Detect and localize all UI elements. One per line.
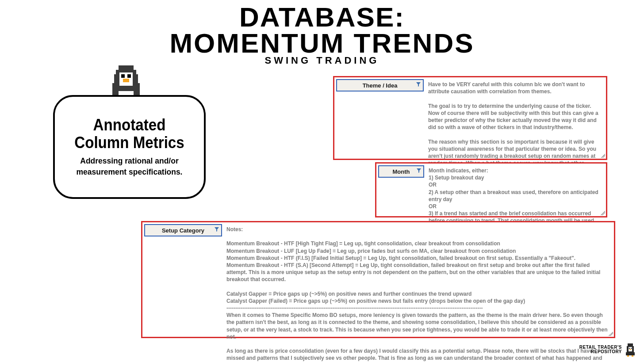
column-header-theme[interactable]: Theme / Idea <box>336 79 424 91</box>
page-title-block: DATABASE: MOMENTUM TRENDS SWING TRADING <box>0 4 644 66</box>
panel-theme-idea: Theme / Idea Have to be VERY careful wit… <box>333 76 607 160</box>
svg-rect-10 <box>628 343 633 346</box>
svg-rect-16 <box>626 352 635 355</box>
panel-month: Month Month indicates, either: 1) Setup … <box>375 162 607 217</box>
column-header-month-label: Month <box>393 168 410 175</box>
page-title-line1: DATABASE: <box>0 4 644 30</box>
svg-rect-6 <box>127 74 131 78</box>
resize-grip-icon[interactable] <box>601 153 605 158</box>
panel-theme-body: Have to be VERY careful with this column… <box>426 77 606 159</box>
panel-month-body: Month indicates, either: 1) Setup breako… <box>426 164 606 216</box>
footer-text: RETAIL TRADER'S REPOSITORY <box>579 345 622 354</box>
footer-line2: REPOSITORY <box>579 350 622 354</box>
svg-rect-0 <box>119 65 134 70</box>
footer-penguin-icon <box>625 343 636 357</box>
column-header-month[interactable]: Month <box>378 165 424 178</box>
column-header-setup[interactable]: Setup Category <box>144 224 222 236</box>
svg-rect-14 <box>631 348 632 349</box>
svg-rect-7 <box>123 79 129 82</box>
panel-setup-body: Notes: Momentum Breakout - HTF [High Tig… <box>224 222 614 337</box>
panel-setup-category: Setup Category Notes: Momentum Breakout … <box>141 221 615 338</box>
annotated-metrics-card: Annotated Column Metrics Addressing rati… <box>53 95 206 199</box>
column-header-setup-label: Setup Category <box>162 227 204 234</box>
filter-icon[interactable] <box>416 168 422 173</box>
svg-rect-18 <box>632 355 633 357</box>
page-subtitle: SWING TRADING <box>0 55 644 66</box>
card-heading: Annotated Column Metrics <box>70 116 189 151</box>
card-subtext: Addressing rational and/or measurement s… <box>70 156 189 177</box>
svg-rect-15 <box>629 349 631 350</box>
column-header-theme-label: Theme / Idea <box>363 82 398 89</box>
svg-rect-5 <box>121 74 125 78</box>
filter-icon[interactable] <box>214 227 219 232</box>
resize-grip-icon[interactable] <box>609 332 613 336</box>
footer-brand: RETAIL TRADER'S REPOSITORY <box>579 343 636 357</box>
page-title-line2: MOMENTUM TRENDS <box>0 30 644 57</box>
penguin-mascot-icon <box>106 63 146 98</box>
resize-grip-icon[interactable] <box>601 211 605 215</box>
filter-icon[interactable] <box>416 82 421 87</box>
svg-rect-13 <box>629 348 630 349</box>
svg-rect-17 <box>627 355 629 357</box>
